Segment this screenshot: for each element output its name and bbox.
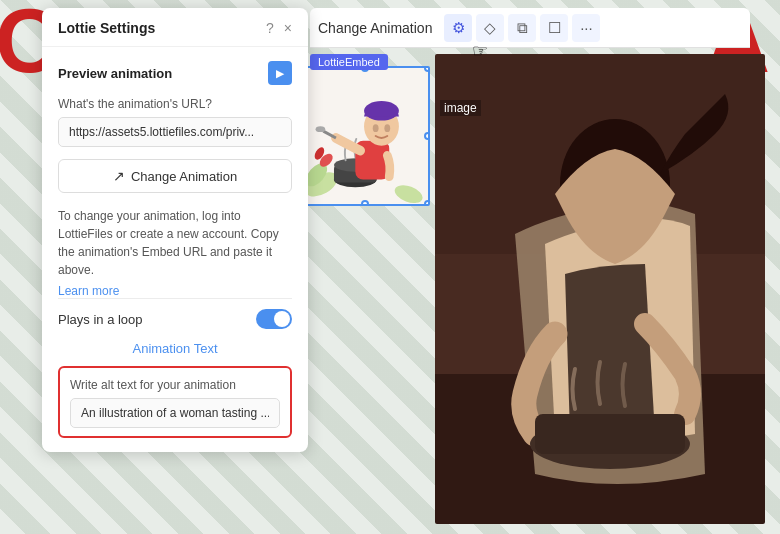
lottie-settings-panel: Lottie Settings ? × Preview animation ▶ …	[42, 8, 308, 452]
diamond-icon-button[interactable]: ◇	[476, 14, 504, 42]
change-animation-button[interactable]: ↗ Change Animation	[58, 159, 292, 193]
animation-text-section: Animation Text Write alt text for your a…	[58, 341, 292, 438]
gear-icon-button[interactable]: ⚙	[444, 14, 472, 42]
toolbar-title: Change Animation	[318, 20, 432, 36]
help-icon[interactable]: ?	[266, 20, 274, 36]
preview-section-header: Preview animation ▶	[58, 61, 292, 85]
copy-icon-button[interactable]: ⧉	[508, 14, 536, 42]
resize-handle-tr[interactable]	[424, 66, 430, 72]
learn-more-link[interactable]: Learn more	[58, 284, 119, 298]
svg-point-15	[384, 124, 390, 132]
chef-photo	[435, 54, 765, 524]
url-input[interactable]	[58, 117, 292, 147]
close-icon[interactable]: ×	[284, 20, 292, 36]
url-label: What's the animation's URL?	[58, 97, 292, 111]
loop-toggle-row: Plays in a loop	[58, 298, 292, 335]
animation-text-title: Animation Text	[58, 341, 292, 356]
resize-handle-mr[interactable]	[424, 132, 430, 140]
play-button[interactable]: ▶	[268, 61, 292, 85]
chat-icon-button[interactable]: ☐	[540, 14, 568, 42]
resize-handle-br[interactable]	[424, 200, 430, 206]
info-text: To change your animation, log into Lotti…	[58, 207, 292, 279]
panel-body: Preview animation ▶ What's the animation…	[42, 47, 308, 452]
resize-handle-bm[interactable]	[361, 200, 369, 206]
more-icon-button[interactable]: ···	[572, 14, 600, 42]
loop-toggle[interactable]	[256, 309, 292, 329]
alt-text-box: Write alt text for your animation	[58, 366, 292, 438]
panel-title: Lottie Settings	[58, 20, 155, 36]
loop-label: Plays in a loop	[58, 312, 143, 327]
alt-text-label: Write alt text for your animation	[70, 378, 280, 392]
panel-header: Lottie Settings ? ×	[42, 8, 308, 47]
external-link-icon: ↗	[113, 168, 125, 184]
animation-canvas-preview[interactable]	[300, 66, 430, 206]
chef-photo-area	[435, 54, 765, 524]
svg-rect-22	[435, 54, 765, 524]
chef-animation-svg	[302, 68, 428, 204]
svg-point-14	[373, 124, 379, 132]
panel-header-icons: ? ×	[266, 20, 292, 36]
lottie-embed-label[interactable]: LottieEmbed	[310, 54, 388, 70]
svg-point-11	[316, 126, 326, 132]
toolbar: Change Animation ⚙ ◇ ⧉ ☐ ···	[310, 8, 750, 48]
change-animation-label: Change Animation	[131, 169, 237, 184]
alt-text-input[interactable]	[70, 398, 280, 428]
preview-section-title: Preview animation	[58, 66, 172, 81]
photo-label: image	[440, 100, 481, 116]
